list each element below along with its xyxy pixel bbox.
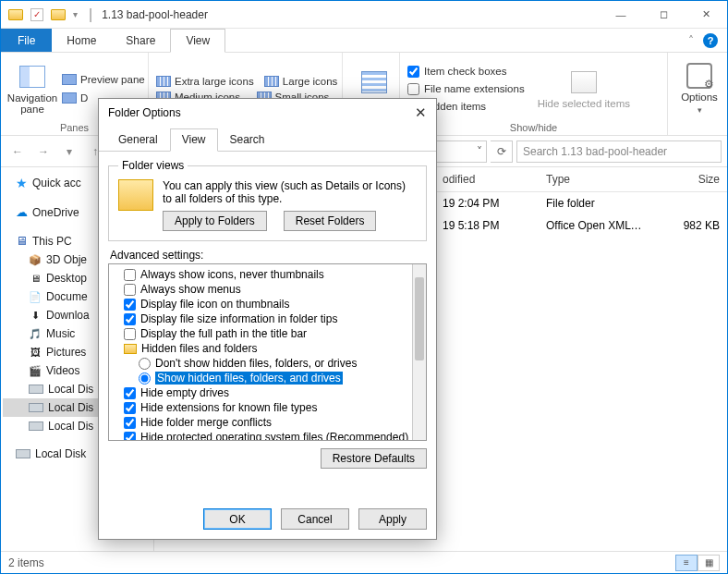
hide-selected-icon (571, 71, 597, 93)
drive-icon (29, 385, 43, 394)
cancel-button[interactable]: Cancel (281, 508, 349, 530)
advanced-setting-item[interactable]: Hide extensions for known file types (113, 400, 408, 415)
tab-home[interactable]: Home (52, 29, 111, 52)
window-title: 1.13 bad-pool-header (96, 8, 208, 21)
dialog-title: Folder Options (108, 106, 181, 119)
checkbox-option[interactable] (124, 328, 136, 340)
qat-properties-icon[interactable]: ✓ (30, 8, 43, 21)
advanced-setting-item[interactable]: Hide protected operating system files (R… (113, 430, 408, 441)
file-name-extensions-toggle[interactable]: File name extensions (407, 83, 525, 95)
search-input[interactable]: Search 1.13 bad-pool-header (516, 140, 722, 163)
dialog-tab-view[interactable]: View (170, 128, 218, 152)
apply-to-folders-button[interactable]: Apply to Folders (163, 211, 267, 231)
checkbox-option[interactable] (124, 417, 136, 429)
advanced-setting-item[interactable]: Always show menus (113, 282, 408, 297)
advanced-setting-item[interactable]: Show hidden files, folders, and drives (113, 371, 408, 385)
close-button[interactable]: ✕ (685, 1, 727, 29)
back-button[interactable]: ← (6, 140, 29, 163)
scrollbar[interactable] (412, 264, 426, 440)
folder-type-icon: 📦 (29, 254, 42, 265)
cloud-icon: ☁ (16, 205, 28, 219)
qat-open-icon[interactable] (51, 9, 66, 20)
large-icons-view-button[interactable]: ▦ (698, 555, 720, 571)
preview-pane-button[interactable]: Preview pane (62, 74, 145, 85)
folder-type-icon: ⬇ (29, 310, 42, 321)
layout-large[interactable]: Large icons (283, 76, 337, 87)
folder-type-icon: 🎵 (29, 328, 42, 339)
large-icons-icon (264, 76, 279, 87)
checkbox-option[interactable] (124, 313, 136, 325)
qat-dropdown-icon[interactable]: ▾ (73, 9, 78, 19)
advanced-setting-item[interactable]: Display the full path in the title bar (113, 326, 408, 341)
ribbon-collapse-icon[interactable]: ˄ (688, 34, 694, 47)
titlebar: ✓ ▾ | 1.13 bad-pool-header — ◻ ✕ (1, 1, 727, 29)
item-check-boxes-toggle[interactable]: Item check boxes (407, 66, 525, 78)
column-size[interactable]: Size (649, 167, 727, 191)
folder-type-icon: 🎬 (29, 365, 42, 376)
options-gear-icon (686, 63, 712, 89)
apply-button[interactable]: Apply (358, 508, 427, 530)
checkbox-option[interactable] (124, 284, 136, 296)
status-bar: 2 items ≡ ▦ (1, 551, 727, 573)
folder-views-icon (118, 179, 153, 211)
folder-type-icon: 🖼 (29, 347, 42, 358)
reset-folders-button[interactable]: Reset Folders (284, 211, 377, 231)
folder-icon (8, 9, 23, 20)
sort-icon (361, 71, 387, 93)
advanced-setting-item[interactable]: Hide folder merge conflicts (113, 415, 408, 430)
layout-extra-large[interactable]: Extra large icons (175, 76, 254, 87)
advanced-setting-item[interactable]: Display file icon on thumbnails (113, 297, 408, 311)
advanced-setting-item[interactable]: Display file size information in folder … (113, 311, 408, 326)
advanced-setting-item[interactable]: Don't show hidden files, folders, or dri… (113, 356, 408, 371)
drive-icon (16, 449, 30, 458)
pc-icon: 🖥 (16, 234, 28, 248)
advanced-settings-label: Advanced settings: (99, 249, 436, 263)
navigation-pane-button[interactable]: Navigation pane (8, 56, 56, 121)
item-count: 2 items (8, 556, 44, 569)
column-date-modified[interactable]: odified (435, 167, 539, 191)
folder-options-dialog: Folder Options ✕ General View Search Fol… (98, 98, 437, 540)
advanced-settings-list[interactable]: Always show icons, never thumbnailsAlway… (108, 263, 427, 441)
dialog-close-button[interactable]: ✕ (415, 104, 427, 121)
tab-view[interactable]: View (170, 29, 225, 53)
maximize-button[interactable]: ◻ (642, 1, 685, 29)
advanced-setting-item[interactable]: Hidden files and folders (113, 341, 408, 356)
details-view-button[interactable]: ≡ (675, 555, 698, 571)
drive-icon (29, 421, 43, 431)
ok-button[interactable]: OK (203, 508, 272, 530)
hide-selected-items-button[interactable]: Hide selected items (538, 56, 630, 121)
navigation-pane-icon (19, 66, 45, 88)
restore-defaults-button[interactable]: Restore Defaults (321, 448, 427, 469)
extra-large-icons-icon (156, 76, 171, 87)
radio-option[interactable] (139, 372, 151, 385)
column-type[interactable]: Type (539, 167, 649, 191)
help-icon[interactable]: ? (703, 33, 718, 48)
minimize-button[interactable]: — (600, 1, 642, 29)
folder-type-icon: 📄 (29, 291, 42, 302)
star-icon: ★ (16, 176, 28, 190)
options-button[interactable]: Options▾ (675, 56, 723, 121)
checkbox-option[interactable] (124, 402, 136, 414)
ribbon-tabs: File Home Share View ˄ ? (1, 29, 727, 53)
dialog-tab-search[interactable]: Search (218, 128, 277, 151)
checkbox-option[interactable] (124, 432, 136, 442)
details-pane-icon (62, 92, 77, 104)
tab-share[interactable]: Share (111, 29, 170, 52)
refresh-button[interactable]: ⟳ (491, 140, 513, 163)
drive-icon (29, 403, 43, 412)
folder-icon (124, 344, 137, 354)
preview-pane-icon (62, 74, 77, 85)
checkbox-option[interactable] (124, 387, 136, 399)
recent-locations-button[interactable]: ▾ (58, 140, 80, 163)
folder-views-group: Folder views You can apply this view (su… (108, 159, 427, 241)
checkbox-option[interactable] (124, 269, 136, 281)
checkbox-option[interactable] (124, 299, 136, 311)
radio-option[interactable] (139, 358, 151, 370)
forward-button[interactable]: → (32, 140, 55, 163)
advanced-setting-item[interactable]: Always show icons, never thumbnails (113, 267, 408, 282)
advanced-setting-item[interactable]: Hide empty drives (113, 385, 408, 400)
dialog-tab-general[interactable]: General (106, 128, 170, 151)
tab-file[interactable]: File (1, 29, 52, 52)
folder-type-icon: 🖥 (29, 273, 42, 284)
